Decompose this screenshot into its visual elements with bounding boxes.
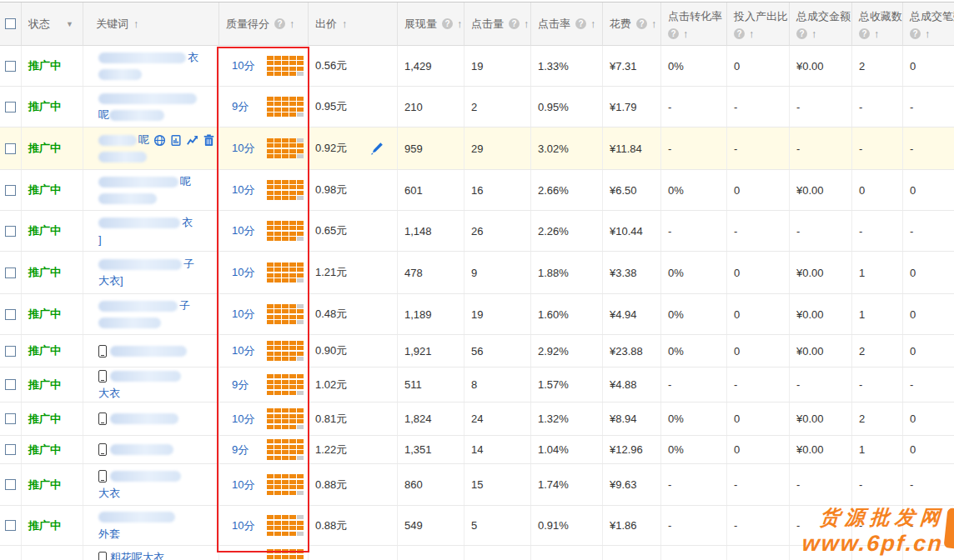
select-all-checkbox[interactable]	[5, 18, 16, 29]
help-icon[interactable]: ?	[442, 18, 453, 29]
trash-icon[interactable]	[203, 134, 214, 147]
ctr-value: 1.33%	[538, 60, 569, 72]
quality-cell	[289, 515, 296, 519]
help-icon[interactable]: ?	[509, 18, 520, 29]
help-icon[interactable]: ?	[668, 28, 679, 39]
filter-arrow-icon[interactable]: ▼	[66, 20, 73, 28]
quality-cell	[289, 154, 296, 158]
help-icon[interactable]: ?	[575, 18, 586, 29]
cell-cost	[603, 546, 661, 560]
target-icon[interactable]	[153, 134, 166, 147]
censored-keyword-blur	[110, 371, 181, 382]
cell-clicks: 5	[464, 506, 531, 545]
sort-up-icon[interactable]: ↑	[874, 28, 880, 39]
row-checkbox[interactable]	[5, 102, 16, 112]
header-label-line: 总收藏数	[859, 9, 902, 24]
quality-cell	[289, 304, 296, 308]
sort-up-icon[interactable]: ↑	[925, 28, 931, 39]
row-checkbox[interactable]	[5, 143, 16, 154]
header-icons: ?↑	[734, 28, 755, 39]
cell-select	[0, 170, 22, 210]
quality-score-value: 10分	[232, 58, 259, 73]
row-checkbox[interactable]	[5, 185, 16, 196]
report-icon[interactable]	[170, 134, 182, 147]
row-checkbox[interactable]	[5, 479, 16, 490]
cell-favorites: 0	[852, 170, 903, 210]
row-checkbox[interactable]	[5, 444, 16, 455]
cell-bid: 0.88元	[309, 506, 398, 545]
quality-cell	[297, 341, 304, 345]
row-checkbox[interactable]	[5, 309, 16, 320]
cell-roi: -	[727, 211, 790, 251]
row-checkbox[interactable]	[5, 413, 16, 424]
censored-keyword-blur	[98, 52, 186, 63]
cell-roi: -	[727, 464, 790, 505]
keyword-line	[98, 90, 198, 107]
bid-value: 1.22元	[315, 442, 347, 458]
ctr-value: 1.74%	[538, 478, 569, 491]
column-header-keyword: 关键词↑	[83, 2, 219, 46]
sort-up-icon[interactable]: ↑	[683, 28, 689, 39]
keyword-text: 呢	[180, 174, 191, 189]
cell-roi: 0	[727, 170, 790, 210]
help-icon[interactable]: ?	[636, 18, 647, 29]
sort-up-icon[interactable]: ↑	[524, 18, 530, 29]
row-checkbox[interactable]	[5, 520, 16, 531]
sort-up-icon[interactable]: ↑	[811, 28, 817, 39]
quality-cell	[267, 154, 274, 158]
cell-select	[0, 211, 22, 251]
quality-cell	[297, 491, 304, 495]
trend-icon[interactable]	[186, 134, 199, 146]
quality-cell	[297, 439, 304, 443]
row-checkbox[interactable]	[5, 379, 16, 390]
help-icon[interactable]: ?	[734, 28, 745, 39]
cell-bid: 0.90元	[309, 335, 398, 367]
cell-conv_rate: 0%	[661, 402, 727, 435]
quality-cell	[289, 320, 296, 324]
column-label: 质量得分	[226, 17, 269, 32]
quality-cell	[267, 237, 274, 241]
header-icons: ?↑	[910, 28, 931, 39]
cell-ctr: 0.91%	[531, 506, 603, 545]
favorites-value: 1	[859, 443, 865, 456]
impressions-value: 959	[404, 142, 423, 155]
row-checkbox[interactable]	[5, 226, 16, 237]
sort-up-icon[interactable]: ↑	[342, 18, 348, 29]
sort-up-icon[interactable]: ↑	[749, 28, 755, 39]
sort-up-icon[interactable]: ↑	[289, 18, 295, 29]
help-icon[interactable]: ?	[859, 28, 870, 39]
table-row: 推广中衣]10分0.65元1,148262.26%¥10.44-----	[0, 211, 954, 252]
row-checkbox[interactable]	[5, 61, 16, 72]
row-checkbox[interactable]	[5, 268, 16, 278]
cell-select	[0, 294, 22, 334]
row-checkbox[interactable]	[5, 346, 16, 357]
quality-cell	[297, 149, 304, 153]
roi-value: 0	[734, 60, 740, 72]
quality-score-value: 10分	[232, 518, 259, 533]
help-icon[interactable]: ?	[910, 28, 921, 39]
quality-cell	[267, 549, 274, 553]
table-row: 推广中9分1.22元1,351141.04%¥12.960%0¥0.0010	[0, 436, 954, 464]
help-icon[interactable]: ?	[274, 18, 285, 29]
sort-up-icon[interactable]: ↑	[133, 18, 139, 29]
cell-deals: 0	[903, 170, 954, 210]
keyword-line	[98, 368, 183, 385]
clicks-value: 16	[471, 184, 483, 197]
cell-conv_rate: 0%	[661, 46, 727, 86]
quality-cell	[267, 414, 274, 418]
header-label-line: 总成交笔数	[910, 9, 954, 24]
cell-roi: 0	[727, 46, 790, 86]
cell-deals: 0	[903, 335, 954, 367]
ctr-value: 1.88%	[538, 267, 569, 279]
edit-bid-icon[interactable]	[370, 142, 384, 155]
table-body: 推广中衣10分0.56元1,429191.33%¥7.310%0¥0.0020推…	[0, 46, 954, 560]
sort-up-icon[interactable]: ↑	[590, 18, 596, 29]
cell-ctr: 1.74%	[531, 464, 603, 505]
quality-cell	[274, 180, 281, 184]
sort-up-icon[interactable]: ↑	[651, 18, 657, 29]
quality-cell	[289, 391, 296, 395]
clicks-value: 9	[471, 267, 477, 279]
help-icon[interactable]: ?	[796, 28, 807, 39]
sort-up-icon[interactable]: ↑	[457, 18, 463, 29]
impressions-value: 1,429	[404, 60, 432, 72]
